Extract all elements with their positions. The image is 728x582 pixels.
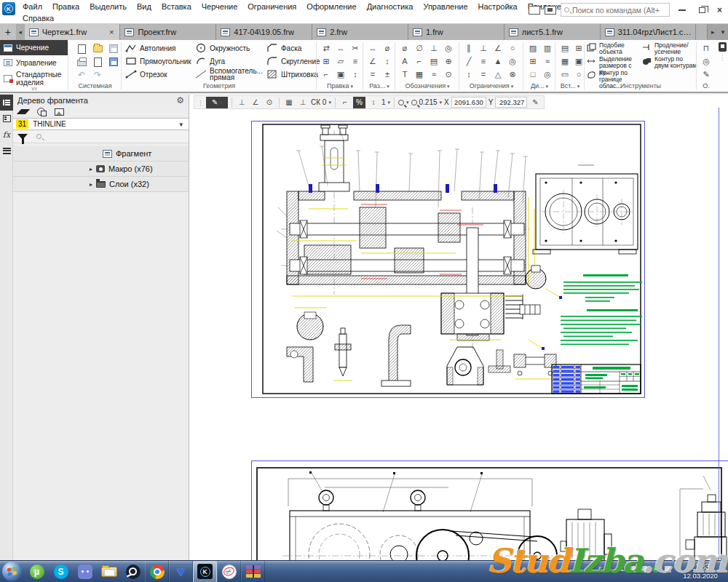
notation-tool-icon[interactable]: ∅ — [412, 41, 427, 55]
insert-tool-icon[interactable]: ▦ — [558, 55, 572, 68]
taskbar-steam-icon[interactable] — [121, 561, 145, 582]
pencil-icon[interactable]: ✎ — [529, 98, 541, 106]
constraint-tool-icon[interactable]: ◎ — [505, 55, 520, 68]
layout-icon-1[interactable] — [529, 6, 540, 15]
coordinate-system-value[interactable]: СК 0 — [311, 98, 326, 106]
tabs-scroll-left[interactable]: ◂ — [16, 24, 25, 40]
edit-tool-icon[interactable]: ⊞ — [319, 55, 333, 68]
snap-circle-icon[interactable]: ⊙ — [264, 98, 275, 106]
constraint-tool-icon[interactable]: ↕ — [462, 68, 476, 81]
notation-tool-icon[interactable]: ⌀ — [397, 41, 412, 55]
edge-handle[interactable]: ⋮ — [716, 55, 728, 61]
tab-chertezh1[interactable]: Чертеж1.frw × — [25, 24, 121, 40]
constraint-tool-icon[interactable]: △ — [491, 68, 505, 81]
command-search[interactable] — [561, 3, 670, 17]
chevron-down-icon[interactable]: ▾ — [406, 100, 409, 105]
taskbar-kompas-icon[interactable]: K — [193, 561, 217, 582]
layers-panel-icon[interactable] — [0, 143, 13, 159]
macro-icon[interactable] — [37, 108, 45, 116]
dimension-tool-icon[interactable]: ∠ — [365, 55, 380, 68]
extra-tool-icon[interactable]: ✎ — [697, 68, 715, 81]
tab-311-04rpz[interactable]: 311.04rpz\Лист1.cdw — [601, 24, 697, 40]
taskbar-snipping-icon[interactable]: ✂ — [217, 561, 241, 582]
zoom-select-icon[interactable] — [398, 100, 404, 105]
tab-partial[interactable] — [696, 24, 708, 40]
menu-select[interactable]: Выделить — [84, 1, 132, 12]
line-style-selector[interactable]: 31 THINLINE ▾ — [13, 118, 189, 130]
notation-tool-icon[interactable]: ▤ — [427, 55, 441, 68]
menu-diagnostics[interactable]: Диагностика — [362, 1, 419, 12]
constraint-tool-icon[interactable]: ≡ — [476, 55, 491, 68]
tabs-scroll-right[interactable]: ▸ — [708, 24, 718, 40]
notation-tool-icon[interactable]: ≈ — [427, 68, 441, 81]
edit-tool-icon[interactable]: ↕ — [348, 68, 363, 81]
new-document-icon[interactable] — [74, 42, 90, 55]
print-icon[interactable] — [74, 55, 90, 68]
edit-tool-icon[interactable]: ≡ — [348, 55, 363, 68]
constraint-tool-icon[interactable]: ▲ — [491, 55, 505, 68]
taskbar-chrome-icon[interactable] — [145, 561, 169, 582]
edit-tool-icon[interactable]: ⇄ — [319, 41, 333, 55]
open-icon[interactable] — [90, 42, 106, 55]
close-button[interactable]: × — [717, 5, 722, 15]
notation-tool-icon[interactable]: ⌐ — [412, 55, 427, 68]
taskbar-winrar-icon[interactable] — [241, 561, 265, 582]
minimize-button[interactable] — [678, 9, 686, 11]
menu-file[interactable]: Файл — [17, 1, 47, 12]
mode-management[interactable]: Управление — [0, 55, 68, 70]
tool-extend-trim[interactable]: Продление/ усечение — [642, 42, 697, 55]
diagnostic-tool-icon[interactable]: ◎ — [540, 68, 555, 81]
tree-panel-icon[interactable] — [0, 95, 13, 111]
snap-angle-icon[interactable]: ∠ — [250, 98, 261, 106]
clipboard-icon[interactable] — [719, 42, 727, 52]
tab-2frw[interactable]: 2.frw — [312, 24, 408, 40]
tab-417-04[interactable]: 417-04\19.05.frw — [216, 24, 312, 40]
restore-button[interactable] — [699, 7, 705, 13]
constraint-tool-icon[interactable]: ⊥ — [476, 41, 491, 55]
tool-contour-two[interactable]: Контур по двум контурам — [642, 56, 697, 69]
menu-edit[interactable]: Правка — [47, 1, 84, 12]
edit-tool-icon[interactable]: ⌐ — [319, 68, 333, 81]
diagnostic-tool-icon[interactable]: ⊞ — [526, 55, 540, 68]
layout-icon-2[interactable] — [545, 6, 556, 15]
tool-construction-line[interactable]: Вспомогатель... прямая — [195, 68, 265, 81]
expand-icon[interactable]: ▸ — [90, 181, 92, 188]
ortho-icon[interactable]: ⌐ — [339, 98, 351, 106]
image-icon[interactable] — [55, 108, 64, 116]
tab-proekt[interactable]: Проект.frw — [120, 24, 216, 40]
gear-icon[interactable]: ⚙ — [176, 95, 184, 105]
taskbar-utorrent-icon[interactable]: µ — [25, 561, 49, 582]
mode-drawing[interactable]: Черчение — [0, 40, 68, 55]
edit-tool-icon[interactable]: ✂ — [348, 41, 363, 55]
notation-tool-icon[interactable]: ▦ — [412, 68, 427, 81]
notation-tool-icon[interactable]: А — [397, 55, 412, 68]
diagnostic-tool-icon[interactable]: ≈ — [540, 55, 555, 68]
tool-hatch[interactable]: Штриховка — [266, 68, 314, 81]
chevron-down-icon[interactable]: ▾ — [440, 100, 443, 105]
zoom-value[interactable]: 0.215 — [419, 98, 438, 106]
tool-rectangle[interactable]: Прямоугольник — [125, 55, 194, 68]
current-layer-value[interactable]: 1 — [381, 98, 386, 106]
edit-tool-icon[interactable]: ↔ — [333, 41, 348, 55]
menu-layout[interactable]: Оформление — [301, 1, 361, 12]
search-icon[interactable] — [36, 134, 41, 139]
taskbar-skype-icon[interactable]: S — [49, 561, 73, 582]
tab-close-icon[interactable]: × — [108, 28, 115, 36]
undo-icon[interactable]: ↶ — [74, 68, 90, 81]
tool-circle[interactable]: Окружность — [195, 41, 265, 55]
toolbar-drag-handle[interactable]: ⋮ — [197, 99, 204, 106]
expand-icon[interactable]: ▸ — [90, 166, 92, 172]
save-icon[interactable] — [106, 42, 122, 55]
constraint-tool-icon[interactable]: = — [476, 68, 491, 81]
insert-tool-icon[interactable]: ▤ — [558, 41, 572, 55]
tool-autoline[interactable]: Автолиния — [125, 41, 194, 55]
taskbar-discord-icon[interactable] — [73, 561, 97, 582]
start-button[interactable] — [2, 562, 22, 581]
taskbar-explorer-icon[interactable] — [97, 561, 121, 582]
tabs-list-button[interactable]: ▾ — [718, 24, 728, 40]
diagnostic-tool-icon[interactable]: ▥ — [540, 41, 555, 55]
tool-fillet[interactable]: Скругление — [266, 55, 314, 68]
layer-icon[interactable] — [17, 109, 30, 114]
notation-tool-icon[interactable]: ⊕ — [441, 55, 456, 68]
zoom-scale-icon[interactable] — [411, 100, 417, 105]
